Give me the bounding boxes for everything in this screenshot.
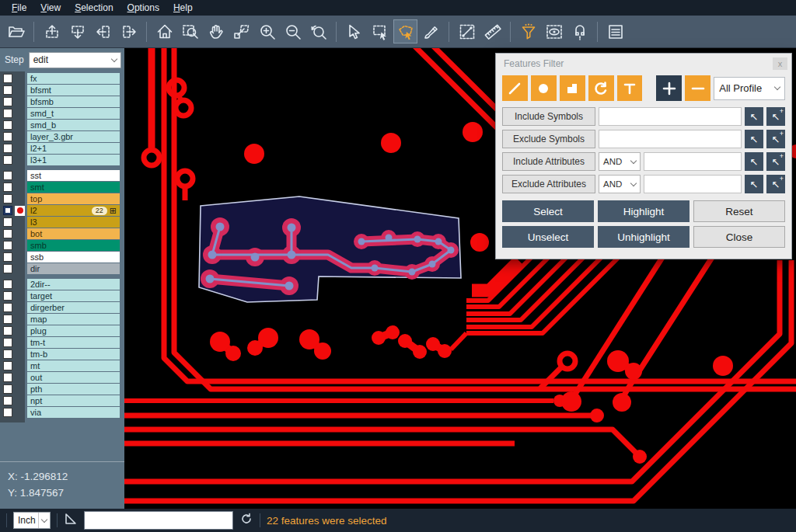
layer-visibility-checkbox[interactable] — [3, 85, 12, 95]
layer-row[interactable]: plug⊞ — [0, 325, 124, 336]
layer-name-cell[interactable]: smb⊞ — [27, 240, 120, 251]
layer-name-cell[interactable]: via⊞ — [27, 407, 120, 418]
layer-name-cell[interactable]: l2+1⊞ — [27, 143, 120, 154]
rect-select-icon[interactable] — [368, 19, 392, 43]
dialog-action-button[interactable]: Select — [502, 200, 594, 222]
menu-item[interactable]: Help — [168, 1, 198, 15]
operator-select[interactable]: AND — [599, 152, 641, 171]
filter-text-icon[interactable] — [617, 75, 643, 101]
layer-row[interactable]: map⊞ — [0, 314, 124, 325]
ruler-icon[interactable] — [480, 19, 504, 43]
layer-row[interactable]: l3⊞ — [0, 217, 124, 228]
layer-name-cell[interactable]: top⊞ — [27, 193, 120, 204]
filter-value-input[interactable] — [644, 152, 742, 171]
remove-filter-icon[interactable] — [685, 75, 710, 101]
menu-item[interactable]: Selection — [69, 1, 118, 15]
filter-row-label-button[interactable]: Exclude Symbols — [502, 130, 595, 148]
layer-name-cell[interactable]: fx⊞ — [27, 73, 120, 84]
layer-visibility-checkbox[interactable] — [3, 396, 12, 405]
layer-name-cell[interactable]: dirgerber⊞ — [27, 302, 120, 313]
layer-row[interactable]: tm-b⊞ — [0, 349, 124, 360]
layer-name-cell[interactable]: dir⊞ — [27, 263, 120, 274]
dialog-action-button[interactable]: Unselect — [502, 226, 594, 248]
layer-name-cell[interactable]: smd_t⊞ — [27, 108, 120, 119]
command-input[interactable] — [84, 511, 233, 530]
layer-name-cell[interactable]: out⊞ — [27, 372, 120, 383]
home-view-icon[interactable] — [152, 19, 176, 43]
polygon-select-icon[interactable] — [393, 19, 417, 43]
layer-name-cell[interactable]: sst⊞ — [27, 170, 120, 181]
report-panel-icon[interactable] — [603, 19, 627, 43]
filter-arc-icon[interactable] — [588, 75, 614, 101]
layer-name-cell[interactable]: npt⊞ — [27, 395, 120, 406]
layer-row[interactable]: smd_b⊞ — [0, 120, 124, 130]
layer-name-cell[interactable]: tm-b⊞ — [27, 349, 120, 360]
layer-visibility-checkbox[interactable] — [3, 252, 12, 262]
profile-select[interactable]: All Profile — [714, 77, 785, 100]
layer-visibility-checkbox[interactable] — [3, 206, 12, 215]
layer-visibility-checkbox[interactable] — [3, 132, 12, 141]
layer-name-cell[interactable]: map⊞ — [27, 314, 120, 325]
pick-add-from-canvas-button[interactable]: ↖+ — [766, 152, 785, 171]
layer-name-cell[interactable]: tm-t⊞ — [27, 337, 120, 348]
layer-visibility-checkbox[interactable] — [3, 349, 12, 359]
layer-row[interactable]: bot⊞ — [0, 228, 124, 239]
layer-visibility-checkbox[interactable] — [3, 373, 12, 382]
view-options-icon[interactable] — [542, 19, 566, 43]
pick-from-canvas-button[interactable]: ↖ — [745, 107, 763, 126]
filter-row-label-button[interactable]: Include Symbols — [502, 107, 595, 126]
layer-row[interactable]: smb⊞ — [0, 240, 124, 251]
layer-name-cell[interactable]: pth⊞ — [27, 384, 120, 395]
zoom-area-icon[interactable] — [178, 19, 202, 43]
layer-visibility-checkbox[interactable] — [3, 217, 12, 227]
pick-add-from-canvas-button[interactable]: ↖+ — [766, 130, 785, 148]
layer-visibility-checkbox[interactable] — [3, 171, 12, 180]
layer-visibility-checkbox[interactable] — [3, 326, 12, 336]
filter-line-icon[interactable] — [502, 75, 528, 101]
pan-down-icon[interactable] — [65, 19, 89, 43]
layer-visibility-checkbox[interactable] — [3, 361, 12, 370]
filter-value-input[interactable] — [644, 175, 742, 193]
layer-visibility-checkbox[interactable] — [3, 303, 12, 312]
measure-distance-icon[interactable] — [455, 19, 479, 43]
layer-row[interactable]: 2dir--⊞ — [0, 279, 124, 290]
layer-visibility-checkbox[interactable] — [3, 144, 12, 153]
paint-icon[interactable] — [419, 19, 443, 43]
menu-item[interactable]: Options — [122, 1, 165, 15]
close-icon[interactable]: x — [773, 57, 787, 70]
layer-row[interactable]: pth⊞ — [0, 384, 124, 395]
layer-row[interactable]: mt⊞ — [0, 360, 124, 371]
layer-row[interactable]: via⊞ — [0, 407, 124, 418]
layer-name-cell[interactable]: mt⊞ — [27, 360, 120, 371]
layer-name-cell[interactable]: plug⊞ — [27, 325, 120, 336]
layer-row[interactable]: l3+1⊞ — [0, 155, 124, 165]
filter-pad-icon[interactable] — [531, 75, 557, 101]
menu-item[interactable]: File — [6, 1, 32, 15]
pick-from-canvas-button[interactable]: ↖ — [745, 175, 763, 193]
layer-name-cell[interactable]: l3⊞ — [27, 217, 120, 228]
corner-measure-icon[interactable] — [64, 512, 78, 529]
layer-name-cell[interactable]: bfsmb⊞ — [27, 96, 120, 107]
filter-row-label-button[interactable]: Exclude Attributes — [502, 175, 595, 193]
pick-add-from-canvas-button[interactable]: ↖+ — [766, 175, 785, 193]
units-select[interactable]: Inch — [13, 512, 51, 529]
layer-row[interactable]: smt⊞ — [0, 182, 124, 193]
layer-row[interactable]: top⊞ — [0, 193, 124, 204]
layer-row[interactable]: sst⊞ — [0, 170, 124, 181]
snap-icon[interactable] — [567, 19, 592, 43]
layer-row[interactable]: bfsmb⊞ — [0, 96, 124, 107]
layer-visibility-checkbox[interactable] — [3, 384, 12, 394]
layer-visibility-checkbox[interactable] — [3, 408, 12, 417]
layer-row[interactable]: bfsmt⊞ — [0, 85, 124, 96]
layer-name-cell[interactable]: 2dir--⊞ — [27, 279, 120, 290]
layer-visibility-checkbox[interactable] — [3, 120, 12, 130]
layer-name-cell[interactable]: l3+1⊞ — [27, 155, 120, 165]
layer-name-cell[interactable]: l222⊞ — [27, 205, 120, 216]
layer-row[interactable]: dir⊞ — [0, 263, 124, 274]
layer-visibility-checkbox[interactable] — [3, 194, 12, 203]
layer-name-cell[interactable]: target⊞ — [27, 290, 120, 301]
layer-name-cell[interactable]: bfsmt⊞ — [27, 85, 120, 96]
step-select[interactable]: edit — [29, 52, 121, 68]
open-folder-icon[interactable] — [4, 19, 28, 43]
layer-row[interactable]: fx⊞ — [0, 73, 124, 84]
